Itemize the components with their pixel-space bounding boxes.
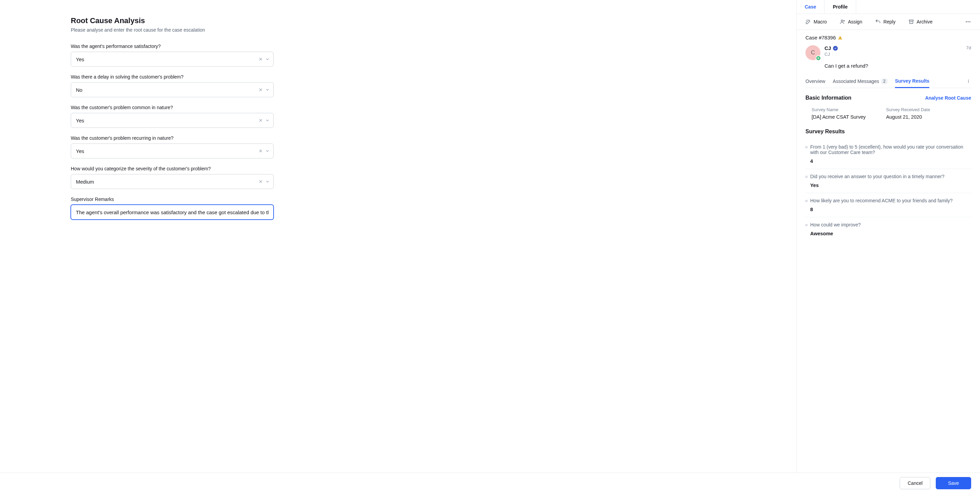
case-id: Case #78396 <box>805 35 836 40</box>
select-value: Medium <box>76 179 94 185</box>
svg-rect-5 <box>840 37 840 38</box>
survey-name-value: [DA] Acme CSAT Survey <box>811 114 865 120</box>
survey-answer: Yes <box>805 182 971 188</box>
svg-point-2 <box>966 21 967 22</box>
tab-case[interactable]: Case <box>797 0 824 14</box>
wand-icon <box>805 19 811 24</box>
survey-date-value: August 21, 2020 <box>886 114 930 120</box>
bullet-icon <box>805 200 808 202</box>
bullet-icon <box>805 146 808 148</box>
survey-answer: 8 <box>805 207 971 212</box>
more-actions-icon[interactable] <box>965 19 971 25</box>
survey-date-label: Survey Received Date <box>886 107 930 112</box>
select-value: Yes <box>76 117 84 124</box>
select-recurring[interactable]: Yes <box>71 143 274 159</box>
survey-item: How likely are you to recommend ACME to … <box>805 193 971 217</box>
clear-icon[interactable] <box>258 179 263 184</box>
field-label-severity: How would you categorize the severity of… <box>71 166 796 171</box>
chevron-down-icon[interactable] <box>265 179 270 184</box>
case-age: 7d <box>966 45 971 50</box>
subtab-more-icon[interactable] <box>966 79 971 83</box>
subtab-assoc-label: Associated Messages <box>833 79 879 84</box>
subtab-associated-messages[interactable]: Associated Messages 2 <box>833 75 888 87</box>
clear-icon[interactable] <box>258 118 263 123</box>
archive-label: Archive <box>917 19 933 24</box>
cancel-button[interactable]: Cancel <box>900 477 930 489</box>
subtab-survey-results[interactable]: Survey Results <box>895 75 929 88</box>
select-common[interactable]: Yes <box>71 113 274 128</box>
reply-label: Reply <box>883 19 896 24</box>
footer-bar: Cancel Save <box>0 472 980 493</box>
svg-point-9 <box>968 81 969 82</box>
select-severity[interactable]: Medium <box>71 174 274 189</box>
field-label-performance: Was the agent's performance satisfactory… <box>71 43 796 49</box>
supervisor-remarks-input[interactable] <box>71 204 274 220</box>
survey-item: How could we improve? Awesome <box>805 217 971 241</box>
svg-point-10 <box>968 82 969 83</box>
svg-point-4 <box>969 21 970 22</box>
contact-sub: CJ <box>824 52 962 57</box>
bullet-icon <box>805 176 808 178</box>
survey-answer: 4 <box>805 159 971 164</box>
clear-icon[interactable] <box>258 149 263 153</box>
survey-question: Did you receive an answer to your questi… <box>810 174 945 179</box>
clear-icon[interactable] <box>258 87 263 92</box>
avatar: C <box>805 45 821 60</box>
assoc-count-badge: 2 <box>881 79 888 84</box>
svg-rect-1 <box>909 20 913 21</box>
survey-question: How likely are you to recommend ACME to … <box>810 198 953 203</box>
survey-answer: Awesome <box>805 231 971 236</box>
warning-icon <box>838 35 843 40</box>
reply-icon <box>875 19 881 24</box>
top-tabs: Case Profile <box>797 0 980 14</box>
subtab-overview[interactable]: Overview <box>805 75 825 87</box>
bullet-icon <box>805 224 808 226</box>
select-performance[interactable]: Yes <box>71 52 274 67</box>
chevron-down-icon[interactable] <box>265 87 270 92</box>
select-value: Yes <box>76 56 84 62</box>
svg-point-0 <box>841 20 843 22</box>
survey-item: From 1 (very bad) to 5 (excellent), how … <box>805 139 971 169</box>
chevron-down-icon[interactable] <box>265 57 270 62</box>
verified-badge-icon <box>833 46 838 51</box>
assign-label: Assign <box>848 19 862 24</box>
svg-point-8 <box>968 80 969 81</box>
survey-question: From 1 (very bad) to 5 (excellent), how … <box>810 144 971 155</box>
macro-button[interactable]: Macro <box>805 19 827 24</box>
case-subject: Can I get a refund? <box>824 63 971 69</box>
chevron-down-icon[interactable] <box>265 118 270 123</box>
contact-name: CJ <box>824 45 831 51</box>
page-title: Root Cause Analysis <box>71 16 274 25</box>
select-value: Yes <box>76 148 84 154</box>
field-label-delay: Was there a delay in solving the custome… <box>71 74 796 79</box>
archive-button[interactable]: Archive <box>908 19 933 24</box>
chevron-down-icon[interactable] <box>265 149 270 153</box>
select-value: No <box>76 87 82 93</box>
select-delay[interactable]: No <box>71 82 274 97</box>
macro-label: Macro <box>814 19 827 24</box>
page-subtitle: Please analyse and enter the root cause … <box>71 27 274 33</box>
reply-button[interactable]: Reply <box>875 19 896 24</box>
archive-icon <box>908 19 914 24</box>
save-button[interactable]: Save <box>936 477 971 489</box>
avatar-initial: C <box>811 50 815 56</box>
svg-rect-6 <box>840 38 840 39</box>
survey-item: Did you receive an answer to your questi… <box>805 169 971 193</box>
field-label-recurring: Was the customer's problem recurring in … <box>71 135 796 141</box>
svg-point-3 <box>968 21 969 22</box>
presence-badge <box>816 55 821 61</box>
field-label-remarks: Supervisor Remarks <box>71 197 796 202</box>
tab-profile[interactable]: Profile <box>824 0 856 14</box>
clear-icon[interactable] <box>258 57 263 62</box>
basic-info-title: Basic Information <box>805 95 851 101</box>
analyse-root-cause-link[interactable]: Analyse Root Cause <box>925 95 971 101</box>
svg-point-7 <box>818 57 819 59</box>
user-plus-icon <box>840 19 845 24</box>
assign-button[interactable]: Assign <box>840 19 862 24</box>
field-label-common: Was the customer's problem common in nat… <box>71 105 796 110</box>
survey-results-title: Survey Results <box>805 128 971 135</box>
survey-question: How could we improve? <box>810 222 861 227</box>
survey-name-label: Survey Name <box>811 107 865 112</box>
